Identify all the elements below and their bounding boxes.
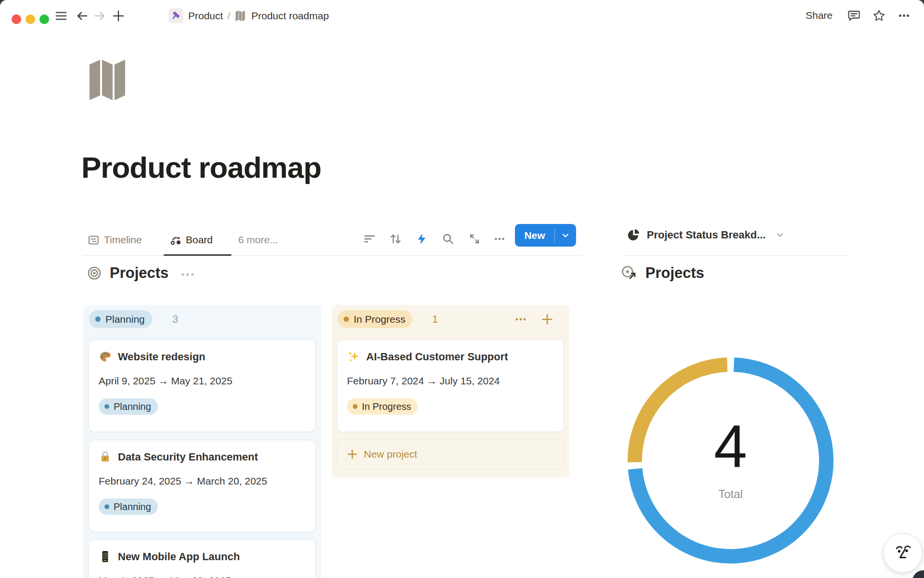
section-options-ellipsis-icon[interactable] — [180, 272, 197, 277]
new-project-button[interactable]: New project — [337, 439, 564, 469]
status-tag: Planning — [99, 499, 158, 515]
pie-chart-icon — [627, 228, 640, 241]
linked-target-icon — [621, 265, 637, 281]
new-project-label: New project — [364, 448, 417, 460]
tab-board-label: Board — [186, 234, 213, 246]
card-title: New Mobile App Launch — [118, 551, 240, 563]
new-button[interactable]: New — [515, 230, 554, 241]
status-dot — [353, 404, 358, 409]
timeline-icon — [88, 235, 99, 246]
new-tab-plus-icon[interactable] — [112, 10, 125, 22]
tab-timeline[interactable]: Timeline — [88, 227, 142, 252]
notion-window: Product / Product roadmap Share Product … — [0, 0, 924, 578]
card-title: Website redesign — [118, 351, 205, 363]
active-tab-underline — [164, 254, 231, 256]
palette-icon — [99, 350, 112, 363]
card-website-redesign[interactable]: Website redesign April 9, 2025 → May 21,… — [89, 340, 316, 432]
desktop: Product / Product roadmap Share Product … — [0, 0, 924, 578]
sidebar-toggle-icon[interactable] — [55, 10, 67, 22]
notion-ai-button[interactable] — [883, 533, 923, 573]
target-icon — [87, 266, 102, 280]
zoom-window-button[interactable] — [39, 14, 49, 24]
chart-section-heading: Projects — [621, 264, 704, 282]
status-dot — [104, 504, 109, 509]
page-map-icon[interactable] — [85, 56, 131, 102]
column-planning-count: 3 — [172, 313, 178, 326]
chart-view-header[interactable]: Project Status Breakd... — [627, 228, 785, 241]
breadcrumb-page-label[interactable]: Product roadmap — [251, 10, 329, 22]
donut-total-value: 4 — [617, 410, 844, 482]
favorite-star-icon[interactable] — [873, 9, 886, 22]
panel-divider — [622, 255, 848, 256]
breadcrumb-separator: / — [227, 10, 230, 22]
column-options-ellipsis-icon[interactable] — [514, 313, 527, 326]
search-icon[interactable] — [442, 233, 454, 245]
chevron-down-icon — [561, 231, 570, 240]
back-arrow-icon[interactable] — [76, 10, 89, 22]
column-planning-label: Planning — [105, 314, 145, 325]
share-button[interactable]: Share — [803, 8, 835, 23]
card-dates: February 24, 2025 → March 20, 2025 — [99, 475, 306, 487]
status-tag-label: In Progress — [362, 401, 411, 412]
ai-face-icon — [892, 542, 914, 564]
chart-section-title: Projects — [645, 264, 704, 282]
breadcrumb: Product / Product roadmap — [168, 8, 329, 23]
sparkles-icon — [347, 350, 360, 363]
close-window-button[interactable] — [12, 14, 21, 24]
view-options-ellipsis-icon[interactable] — [493, 233, 506, 245]
card-data-security-enhancement[interactable]: Data Security Enhancement February 24, 2… — [89, 440, 316, 532]
status-dot — [344, 316, 349, 322]
status-dot — [104, 404, 109, 409]
status-tag: Planning — [99, 398, 158, 415]
hammer-icon — [171, 11, 181, 21]
card-title: Data Security Enhancement — [118, 451, 258, 463]
sort-icon[interactable] — [389, 233, 402, 245]
card-ai-based-customer-support[interactable]: AI-Based Customer Support February 7, 20… — [337, 340, 564, 432]
tab-board[interactable]: Board — [170, 227, 213, 252]
status-dot — [95, 316, 101, 322]
more-options-icon[interactable] — [898, 9, 911, 22]
status-tag-label: Planning — [114, 501, 151, 512]
board-section-title: Projects — [110, 264, 168, 282]
board-icon — [170, 235, 181, 246]
breadcrumb-workspace-item[interactable] — [168, 8, 183, 23]
page-title[interactable]: Product roadmap — [81, 150, 321, 184]
forward-arrow-icon[interactable] — [93, 10, 106, 22]
tab-timeline-label: Timeline — [104, 234, 142, 246]
comments-icon[interactable] — [847, 9, 860, 22]
lock-icon — [99, 450, 112, 463]
card-title: AI-Based Customer Support — [366, 351, 508, 363]
card-dates: May 1, 2025 → May 29, 2025 — [99, 575, 306, 578]
new-button-dropdown[interactable] — [555, 231, 576, 240]
column-in-progress-header[interactable]: In Progress — [337, 310, 412, 328]
tab-bar-divider — [83, 255, 582, 256]
plus-icon — [347, 449, 358, 460]
card-dates: April 9, 2025 → May 21, 2025 — [99, 375, 306, 387]
card-dates: February 7, 2024 → July 15, 2024 — [347, 375, 554, 387]
window-controls — [12, 14, 49, 24]
breadcrumb-workspace-label[interactable]: Product — [188, 10, 223, 22]
column-in-progress-label: In Progress — [354, 314, 405, 325]
column-planning-header[interactable]: Planning — [89, 310, 152, 328]
status-tag-label: Planning — [114, 401, 151, 412]
column-add-card-plus-icon[interactable] — [541, 313, 553, 326]
status-tag: In Progress — [347, 398, 418, 415]
minimize-window-button[interactable] — [26, 14, 35, 24]
column-in-progress-count: 1 — [432, 313, 438, 326]
chevron-down-icon[interactable] — [775, 230, 785, 240]
chart-view-title: Project Status Breakd... — [647, 229, 766, 241]
lightning-icon[interactable] — [415, 233, 428, 245]
map-icon — [234, 10, 246, 22]
more-views-button[interactable]: 6 more... — [238, 227, 278, 252]
expand-icon[interactable] — [468, 233, 481, 245]
new-button-group: New — [515, 224, 576, 247]
filter-icon[interactable] — [363, 233, 376, 245]
donut-total-label: Total — [617, 487, 844, 501]
board-section-heading: Projects — [87, 264, 197, 282]
card-new-mobile-app-launch[interactable]: New Mobile App Launch May 1, 2025 → May … — [89, 539, 316, 578]
mobile-phone-icon — [99, 550, 112, 563]
cursor-blob — [912, 570, 924, 578]
